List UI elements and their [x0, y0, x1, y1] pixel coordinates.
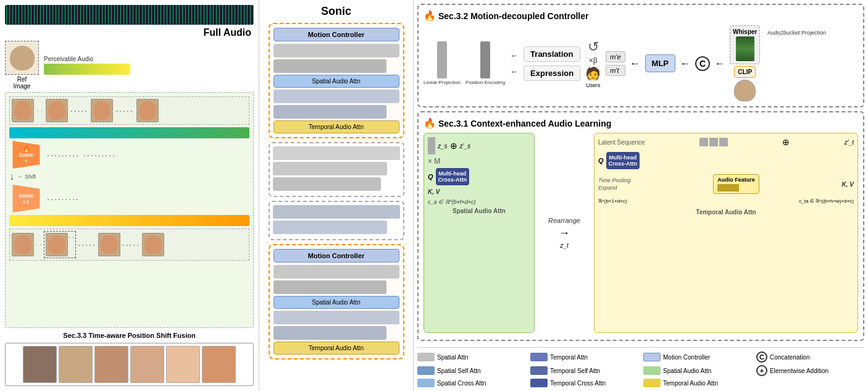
whisper-clip-col: Whisper CLIP	[730, 25, 760, 101]
arrow-left-3: ←	[630, 58, 640, 69]
whisper-label: Whisper	[733, 28, 757, 35]
motion-group-top: Motion Controller Spatial Audio Attn Tem…	[269, 23, 404, 138]
latent-sq-3	[719, 138, 728, 146]
zs-prime-label: z'_s	[460, 143, 470, 149]
legend-swatch-spatial-audio	[643, 366, 661, 375]
gray-bar-b4	[273, 326, 387, 340]
legend: Spatial Attn Temporal Attn Motion Contro…	[417, 347, 864, 387]
circle-beta-col: ↺ ×β 🧑 Users	[585, 39, 601, 88]
temporal-attn-box: Latent Sequence ⊕ z'_t Q Multi-headCross…	[594, 133, 858, 333]
latent-seq-label: Latent Sequence	[598, 139, 645, 146]
spatial-attn-label: Spatial Audio Attn	[428, 208, 530, 214]
rearrange-label: Rearrange	[548, 217, 580, 224]
legend-label-temporal-audio: Temporal Audio Attn	[663, 380, 718, 387]
legend-spacer	[756, 379, 864, 387]
main-diagram: T ·· ····· ····· 🔥 Sonic t ········· ···…	[5, 92, 254, 328]
waveform-small-2	[9, 215, 249, 226]
ca-formula: c_a ∈ ℝ^(b×f×d×c)	[428, 198, 530, 205]
plus-symbol-legend: +	[756, 365, 767, 376]
gray-bar-b3	[273, 311, 399, 324]
m-values-col: m'e m't	[606, 51, 625, 76]
xm-label: × M	[428, 157, 440, 166]
arrows-col: ← ←	[510, 51, 519, 77]
af-bar	[717, 184, 739, 191]
face-strip-2	[59, 346, 93, 383]
me-box: m'e	[606, 51, 625, 62]
gray-bar-2	[273, 59, 387, 73]
formulas-row: ℝ^(b×1×d×c) c_ta ∈ ℝ^((b×h×w)×d×c)	[598, 198, 854, 204]
mid-gray-1	[273, 146, 400, 160]
audio2bucket-box: Audo2bucket Projection	[767, 30, 826, 36]
legend-spatial-self: Spatial Self Attn	[417, 365, 525, 376]
temporal-top-row: Latent Sequence ⊕ z'_t	[598, 137, 854, 147]
temporal-audio-bar-bottom: Temporal Audio Attn	[273, 342, 399, 355]
face-thumb-4	[136, 99, 159, 122]
ref-image-container: RefImage	[5, 41, 39, 90]
right-panel: 🔥 Sec.3.2 Motion-decoupled Controller Li…	[414, 0, 868, 391]
legend-swatch-mc	[643, 353, 661, 361]
zs-label: z_s	[438, 143, 448, 149]
legend-spatial-attn: Spatial Attn	[417, 351, 525, 363]
face-row-bottom: ·· ·· ····· ·····	[9, 229, 249, 261]
audio2bucket-label: Audo2bucket Projection	[767, 30, 826, 36]
dots-middle-2: ·········	[83, 150, 116, 160]
face-thumb-2	[46, 99, 68, 122]
audio-feature-box: Audio Feature	[713, 174, 759, 194]
gray-squares-left	[428, 137, 435, 154]
latent-sq-1	[699, 138, 708, 146]
clip-box: CLIP	[734, 66, 756, 78]
q-label-1: Q	[428, 173, 433, 180]
face-thumb-1	[12, 99, 34, 122]
linear-proj-rect	[437, 41, 447, 78]
gray-bar-b2	[273, 280, 387, 294]
shift-dashes: →	[17, 174, 22, 180]
audio-feature-bars	[717, 184, 755, 191]
time-pool-label: Time Pooling	[598, 177, 630, 183]
legend-label-spatial-self: Spatial Self Attn	[437, 368, 481, 374]
mid-gray-2	[273, 162, 387, 175]
legend-temporal-self: Temporal Self Attn	[530, 365, 638, 376]
dots-3: ·····	[115, 106, 133, 116]
face-row-top: ·· ····· ·····	[9, 96, 249, 125]
legend-swatch-temporal	[530, 353, 548, 361]
plus-icon-2: ⊕	[782, 137, 790, 147]
linear-proj-label: Linear Projection	[424, 80, 461, 85]
plus-sign: +	[760, 367, 764, 374]
gray-bar-3	[273, 90, 399, 103]
concat-label: Concatenation	[770, 354, 810, 361]
perceivable-row: Perceivable Audio	[44, 56, 130, 75]
legend-label-spatial-attn: Spatial Attn	[437, 354, 469, 361]
standalone-block-1	[269, 142, 404, 197]
user-icon: 🧑	[585, 66, 601, 81]
sq-1	[428, 137, 435, 154]
dots-1: ·	[36, 106, 38, 115]
q2-multihead-row: Q Multi-headCross-Attn	[598, 152, 854, 169]
elementwise-label: Elementwise Addition	[770, 368, 828, 374]
legend-label-spatial-cross: Spatial Cross Attn	[437, 380, 486, 387]
whisper-bar	[736, 36, 754, 61]
trans-expr-col: Translation Expression	[524, 46, 580, 81]
shift-label: Shift	[25, 174, 36, 180]
pos-enc-rect	[480, 41, 490, 78]
pos-enc-label: Position Encoding	[465, 80, 505, 85]
legend-label-mc: Motion Controller	[663, 354, 710, 361]
standalone-block-2	[269, 201, 404, 240]
fire-icon-mdc: 🔥	[424, 10, 436, 22]
whisper-box: Whisper	[730, 25, 760, 64]
sonic-t-row: 🔥 Sonic t ········· ·········	[9, 141, 249, 169]
face-small-right	[734, 80, 756, 101]
dots-b1: ·	[36, 240, 38, 249]
arrow-left-5: ←	[715, 58, 725, 69]
motion-controller-bar-top: Motion Controller	[273, 28, 399, 41]
ref-row: RefImage Perceivable Audio	[5, 41, 254, 90]
latent-sq-2	[709, 138, 718, 146]
legend-swatch-temporal-cross	[530, 379, 548, 387]
ref-image-box	[5, 41, 39, 75]
dots-2: ·····	[70, 106, 88, 116]
users-label: Users	[586, 82, 601, 88]
kv-row-1: K, V	[428, 188, 530, 195]
temporal-audio-bar-top: Temporal Audio Attn	[273, 120, 399, 133]
sonic-t-block: 🔥 Sonic t	[9, 141, 43, 169]
multihead-box-2: Multi-headCross-Attn	[606, 152, 640, 169]
legend-label-spatial-audio: Spatial Audio Attn	[663, 368, 711, 374]
